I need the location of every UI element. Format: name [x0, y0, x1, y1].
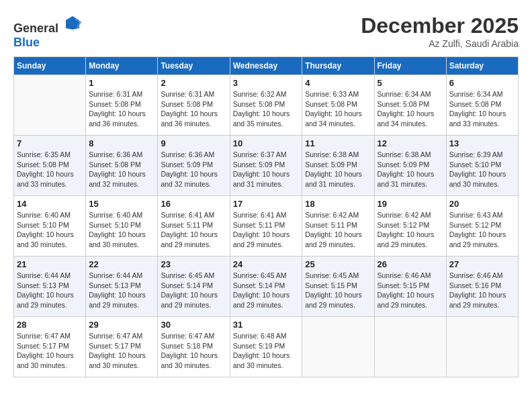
- calendar-table: SundayMondayTuesdayWednesdayThursdayFrid…: [13, 56, 519, 377]
- day-info: Sunrise: 6:42 AMSunset: 5:11 PMDaylight:…: [305, 210, 371, 250]
- weekday-thursday: Thursday: [302, 57, 374, 75]
- day-info: Sunrise: 6:47 AMSunset: 5:17 PMDaylight:…: [89, 331, 154, 371]
- day-number: 15: [89, 199, 154, 209]
- calendar-cell: 24Sunrise: 6:45 AMSunset: 5:14 PMDayligh…: [230, 257, 302, 317]
- day-number: 21: [17, 259, 83, 269]
- day-info: Sunrise: 6:39 AMSunset: 5:10 PMDaylight:…: [449, 150, 515, 189]
- logo: General Blue: [13, 13, 82, 50]
- day-info: Sunrise: 6:47 AMSunset: 5:18 PMDaylight:…: [161, 331, 226, 371]
- day-number: 18: [305, 199, 371, 209]
- day-number: 8: [89, 138, 154, 148]
- weekday-monday: Monday: [86, 57, 158, 75]
- day-info: Sunrise: 6:40 AMSunset: 5:10 PMDaylight:…: [89, 210, 154, 250]
- calendar-cell: 10Sunrise: 6:37 AMSunset: 5:09 PMDayligh…: [230, 136, 302, 196]
- calendar-cell: 14Sunrise: 6:40 AMSunset: 5:10 PMDayligh…: [14, 196, 86, 257]
- calendar-cell: 4Sunrise: 6:33 AMSunset: 5:08 PMDaylight…: [302, 75, 374, 136]
- day-info: Sunrise: 6:36 AMSunset: 5:08 PMDaylight:…: [89, 150, 154, 189]
- day-info: Sunrise: 6:31 AMSunset: 5:08 PMDaylight:…: [161, 89, 226, 129]
- calendar-cell: 11Sunrise: 6:38 AMSunset: 5:09 PMDayligh…: [302, 136, 374, 196]
- day-number: 1: [89, 78, 154, 88]
- day-number: 30: [161, 320, 226, 330]
- calendar-cell: 13Sunrise: 6:39 AMSunset: 5:10 PMDayligh…: [446, 136, 518, 196]
- day-number: 20: [449, 199, 515, 209]
- page-header: General Blue December 2025 Az Zulfi, Sau…: [13, 13, 519, 50]
- calendar-cell: 6Sunrise: 6:34 AMSunset: 5:08 PMDaylight…: [446, 75, 518, 136]
- calendar-cell: 21Sunrise: 6:44 AMSunset: 5:13 PMDayligh…: [14, 257, 86, 317]
- day-number: 10: [233, 138, 300, 148]
- day-info: Sunrise: 6:38 AMSunset: 5:09 PMDaylight:…: [305, 150, 371, 189]
- calendar-cell: 3Sunrise: 6:32 AMSunset: 5:08 PMDaylight…: [230, 75, 302, 136]
- calendar-cell: 1Sunrise: 6:31 AMSunset: 5:08 PMDaylight…: [86, 75, 158, 136]
- calendar-cell: 27Sunrise: 6:46 AMSunset: 5:16 PMDayligh…: [446, 257, 518, 317]
- day-info: Sunrise: 6:44 AMSunset: 5:13 PMDaylight:…: [89, 271, 154, 310]
- title-block: December 2025 Az Zulfi, Saudi Arabia: [361, 13, 519, 49]
- calendar-cell: 12Sunrise: 6:38 AMSunset: 5:09 PMDayligh…: [374, 136, 446, 196]
- day-number: 7: [17, 138, 83, 148]
- calendar-cell: 20Sunrise: 6:43 AMSunset: 5:12 PMDayligh…: [446, 196, 518, 257]
- day-info: Sunrise: 6:48 AMSunset: 5:19 PMDaylight:…: [233, 331, 300, 371]
- day-info: Sunrise: 6:36 AMSunset: 5:09 PMDaylight:…: [161, 150, 226, 189]
- day-number: 13: [449, 138, 515, 148]
- calendar-cell: 28Sunrise: 6:47 AMSunset: 5:17 PMDayligh…: [14, 317, 86, 377]
- calendar-cell: 7Sunrise: 6:35 AMSunset: 5:08 PMDaylight…: [14, 136, 86, 196]
- calendar-cell: [446, 317, 518, 377]
- calendar-cell: 9Sunrise: 6:36 AMSunset: 5:09 PMDaylight…: [158, 136, 230, 196]
- day-number: 2: [161, 78, 226, 88]
- calendar-week-4: 21Sunrise: 6:44 AMSunset: 5:13 PMDayligh…: [14, 257, 519, 317]
- day-number: 22: [89, 259, 154, 269]
- logo-icon: [63, 13, 82, 32]
- calendar-cell: 2Sunrise: 6:31 AMSunset: 5:08 PMDaylight…: [158, 75, 230, 136]
- calendar-cell: 18Sunrise: 6:42 AMSunset: 5:11 PMDayligh…: [302, 196, 374, 257]
- calendar-cell: 29Sunrise: 6:47 AMSunset: 5:17 PMDayligh…: [86, 317, 158, 377]
- day-info: Sunrise: 6:32 AMSunset: 5:08 PMDaylight:…: [233, 89, 300, 129]
- day-number: 31: [233, 320, 300, 330]
- day-info: Sunrise: 6:37 AMSunset: 5:09 PMDaylight:…: [233, 150, 300, 189]
- day-number: 25: [305, 259, 371, 269]
- day-info: Sunrise: 6:45 AMSunset: 5:15 PMDaylight:…: [305, 271, 371, 310]
- weekday-sunday: Sunday: [14, 57, 86, 75]
- day-info: Sunrise: 6:41 AMSunset: 5:11 PMDaylight:…: [233, 210, 300, 250]
- day-info: Sunrise: 6:45 AMSunset: 5:14 PMDaylight:…: [161, 271, 226, 310]
- weekday-tuesday: Tuesday: [158, 57, 230, 75]
- calendar-cell: 30Sunrise: 6:47 AMSunset: 5:18 PMDayligh…: [158, 317, 230, 377]
- calendar-cell: 31Sunrise: 6:48 AMSunset: 5:19 PMDayligh…: [230, 317, 302, 377]
- day-number: 4: [305, 78, 371, 88]
- calendar-cell: [14, 75, 86, 136]
- day-info: Sunrise: 6:34 AMSunset: 5:08 PMDaylight:…: [378, 89, 443, 129]
- day-info: Sunrise: 6:31 AMSunset: 5:08 PMDaylight:…: [89, 89, 154, 129]
- day-number: 24: [233, 259, 300, 269]
- day-number: 6: [449, 78, 515, 88]
- day-info: Sunrise: 6:41 AMSunset: 5:11 PMDaylight:…: [161, 210, 226, 250]
- calendar-cell: 23Sunrise: 6:45 AMSunset: 5:14 PMDayligh…: [158, 257, 230, 317]
- weekday-saturday: Saturday: [446, 57, 518, 75]
- day-number: 3: [233, 78, 300, 88]
- day-info: Sunrise: 6:42 AMSunset: 5:12 PMDaylight:…: [378, 210, 443, 250]
- day-info: Sunrise: 6:33 AMSunset: 5:08 PMDaylight:…: [305, 89, 371, 129]
- day-number: 28: [17, 320, 83, 330]
- day-info: Sunrise: 6:44 AMSunset: 5:13 PMDaylight:…: [17, 271, 83, 310]
- calendar-cell: [302, 317, 374, 377]
- day-info: Sunrise: 6:46 AMSunset: 5:16 PMDaylight:…: [449, 271, 515, 310]
- logo-text: General Blue: [13, 13, 82, 50]
- day-info: Sunrise: 6:47 AMSunset: 5:17 PMDaylight:…: [17, 331, 83, 371]
- calendar-cell: 5Sunrise: 6:34 AMSunset: 5:08 PMDaylight…: [374, 75, 446, 136]
- day-number: 17: [233, 199, 300, 209]
- logo-general: General: [13, 21, 58, 35]
- calendar-cell: 25Sunrise: 6:45 AMSunset: 5:15 PMDayligh…: [302, 257, 374, 317]
- day-number: 14: [17, 199, 83, 209]
- day-number: 9: [161, 138, 226, 148]
- calendar-week-1: 1Sunrise: 6:31 AMSunset: 5:08 PMDaylight…: [14, 75, 519, 136]
- calendar-cell: 16Sunrise: 6:41 AMSunset: 5:11 PMDayligh…: [158, 196, 230, 257]
- calendar-cell: 26Sunrise: 6:46 AMSunset: 5:15 PMDayligh…: [374, 257, 446, 317]
- calendar-week-5: 28Sunrise: 6:47 AMSunset: 5:17 PMDayligh…: [14, 317, 519, 377]
- day-number: 5: [378, 78, 443, 88]
- day-info: Sunrise: 6:34 AMSunset: 5:08 PMDaylight:…: [449, 89, 515, 129]
- day-info: Sunrise: 6:46 AMSunset: 5:15 PMDaylight:…: [378, 271, 443, 310]
- day-number: 12: [378, 138, 443, 148]
- day-info: Sunrise: 6:40 AMSunset: 5:10 PMDaylight:…: [17, 210, 83, 250]
- day-number: 23: [161, 259, 226, 269]
- day-info: Sunrise: 6:45 AMSunset: 5:14 PMDaylight:…: [233, 271, 300, 310]
- calendar-cell: [374, 317, 446, 377]
- weekday-friday: Friday: [374, 57, 446, 75]
- calendar-cell: 22Sunrise: 6:44 AMSunset: 5:13 PMDayligh…: [86, 257, 158, 317]
